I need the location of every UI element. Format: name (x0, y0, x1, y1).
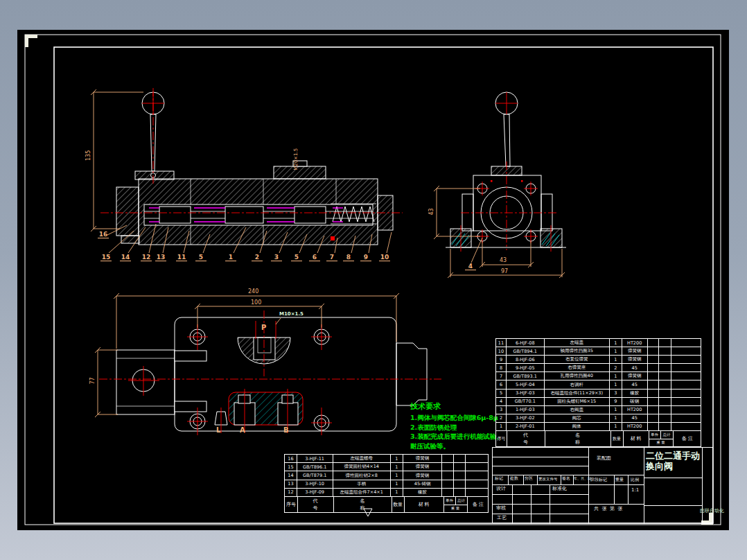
bom-cell-material: HT200 (622, 339, 648, 347)
bom-cell-no: 1 (496, 423, 507, 430)
bom-row: 9 8-HJF-06 右复位弹簧 1 弹簧钢 (496, 356, 701, 364)
dim-label-side-height: 43 (429, 201, 435, 222)
bom-cell-name: 右复位弹簧 (545, 356, 610, 363)
bom-cell-material: 45-铸钢 (403, 480, 443, 488)
bom-row: 5 3-HJF-03 右端盖组合件(11×29×3) 3 橡胶 (496, 390, 701, 398)
bom-row: 1 2-HJF-01 阀体 1 HT200 (496, 423, 701, 431)
bom-cell-no: 12 (285, 489, 297, 496)
bom-cell-no: 10 (496, 347, 507, 355)
bom-cell-no: 6 (496, 380, 507, 388)
bom-cell-qty: 1 (391, 463, 403, 471)
bom-cell-code: GB/T879.1 (297, 471, 333, 479)
bom-row: 13 3-HJF-10 手柄 1 45-铸钢 (285, 480, 488, 489)
bom-row: 14 GB/T879.1 弹性圆柱销2×8 1 弹簧钢 (285, 471, 488, 480)
bom-cell-material: 45 (622, 414, 648, 422)
spool-land (159, 207, 191, 223)
watermark: 图联自动化 (700, 509, 724, 514)
bom-cell-no: 13 (285, 480, 297, 488)
bom-cell-name: 左端盖 (545, 339, 610, 347)
bom-cell-qty: 1 (391, 489, 403, 496)
side-view (446, 92, 566, 247)
bom-cell-qty: 1 (391, 480, 403, 488)
tb-label: 标记 (495, 476, 503, 481)
tb-label-process: 工艺 (497, 516, 507, 521)
bom-cell-name: 右弹簧座 (545, 364, 610, 371)
product-name-line2: 换向阀 (646, 461, 701, 471)
tb-label-stage: 阶段标记 (590, 478, 607, 482)
bom-cell-code: 6-HJF-08 (507, 339, 545, 347)
bom-row: 16 3-HJF-11 左端盖螺母 1 弹簧钢 (285, 455, 488, 463)
dim-label-front-height: 135 (86, 145, 92, 166)
bom-row: 10 GB/T894.1 轴用弹性挡圈35 1 弹簧钢 (496, 347, 701, 356)
tb-scale-value: 1:1 (631, 488, 639, 493)
bom-cell-no: 11 (496, 339, 507, 347)
balloon-number: 1 (225, 254, 236, 261)
balloon-number: 3 (271, 254, 282, 261)
bom-cell-qty: 1 (391, 471, 403, 479)
balloon-number: 2 (252, 254, 263, 261)
thread-label-plan: M10×1.5 (279, 312, 304, 317)
spool-land (295, 207, 326, 223)
bom-table-left: 16 3-HJF-11 左端盖螺母 1 弹簧钢 15 GB/T896.1 弹簧圆… (284, 454, 489, 513)
corner-trim-mark (25, 35, 37, 47)
bom-row: 7 GB/T893.1 孔用弹性挡圈40 1 弹簧钢 (496, 372, 701, 380)
balloon-number: 8 (343, 254, 354, 261)
screenshot-root: { "colors": { "background_top": "#8d9aab… (0, 0, 747, 560)
bom-cell-name: 弹性圆柱销2×8 (333, 471, 391, 479)
bom-cell-no: 7 (496, 372, 507, 380)
bom-cell-name: 阀芯 (545, 414, 610, 422)
product-name: 二位二通手动 换向阀 (646, 450, 701, 471)
tb-label: 年、月、日 (574, 477, 591, 481)
mounting-foot (541, 229, 562, 247)
bom-cell-no: 3 (496, 406, 507, 414)
bom-cell-no: 2 (496, 414, 507, 422)
red-marker (331, 236, 335, 240)
bom-cell-qty: 9 (610, 398, 622, 405)
bom-cell-code: 1-HJF-03 (507, 406, 545, 414)
bom-cell-no: 8 (496, 364, 507, 371)
balloon-number: 10 (379, 254, 390, 261)
tb-label-scale: 比例 (631, 478, 639, 482)
balloon-number: 14 (120, 254, 131, 261)
bom-row: 11 6-HJF-08 左端盖 1 HT200 (496, 339, 701, 347)
bom-cell-code: 3-HJF-10 (297, 480, 333, 488)
bom-cell-material: 橡胶 (403, 489, 443, 496)
bom-cell-qty: 1 (610, 347, 622, 355)
bom-header-left: 序号 代 号 名 称 数量 材 料 单件 总计 重 量 备 注 (285, 497, 488, 512)
tb-label: 签名 (562, 476, 570, 481)
bom-cell-code: 9-HJF-05 (507, 364, 545, 371)
dim-label-side-holespan: 43 (500, 258, 507, 264)
bom-row: 6 5-HJF-04 右调杆 1 45 (496, 380, 701, 389)
bom-cell-code: GB/T896.1 (297, 463, 333, 471)
tb-label-weight: 重量 (615, 478, 624, 482)
bom-cell-code: GB/T70.1 (507, 398, 545, 405)
dim-label-plan-holespan: 100 (251, 300, 261, 306)
bom-header-right: 序号 代 号 名 称 数量 材 料 单件 总计 重 量 备 注 (496, 431, 701, 446)
bom-cell-name: 阀体 (545, 423, 610, 430)
dim-label-side-width: 97 (501, 269, 508, 275)
spool-land (225, 207, 263, 223)
balloon-number: 11 (176, 254, 187, 261)
bom-cell-name: 手柄 (333, 480, 391, 488)
dim-label-plan-height: 77 (90, 370, 96, 391)
bom-row: 4 GB/T70.1 圆柱头螺钉M6×15 9 碳钢 (496, 398, 701, 406)
bom-cell-code: 3-HJF-09 (297, 489, 333, 496)
bom-cell-code: 3-HJF-02 (507, 414, 545, 422)
balloon-number: 6 (309, 254, 320, 261)
bom-cell-code: GB/T893.1 (507, 372, 545, 380)
bom-cell-material: 碳钢 (622, 398, 648, 405)
port-b-boss (278, 403, 298, 425)
balloon-number: 15 (100, 254, 112, 261)
bom-cell-name: 右端盖组合件(11×29×3) (545, 390, 610, 397)
tb-label-standard: 标准化 (552, 487, 567, 492)
tb-label-design: 设计 (496, 487, 506, 492)
bom-cell-no: 9 (496, 356, 507, 363)
bom-cell-qty: 3 (610, 390, 622, 397)
bom-cell-qty: 1 (610, 372, 622, 380)
tb-label: 处数 (510, 476, 518, 481)
port-label: B (283, 426, 289, 434)
bom-cell-material: 弹簧钢 (622, 356, 648, 363)
port-p-label: P (261, 324, 266, 331)
title-block: 标记 处数 分区 更改文件号 签名 年、月、日 设计 标准化 审核 工艺 阶段标… (492, 447, 713, 523)
front-view (116, 92, 393, 245)
